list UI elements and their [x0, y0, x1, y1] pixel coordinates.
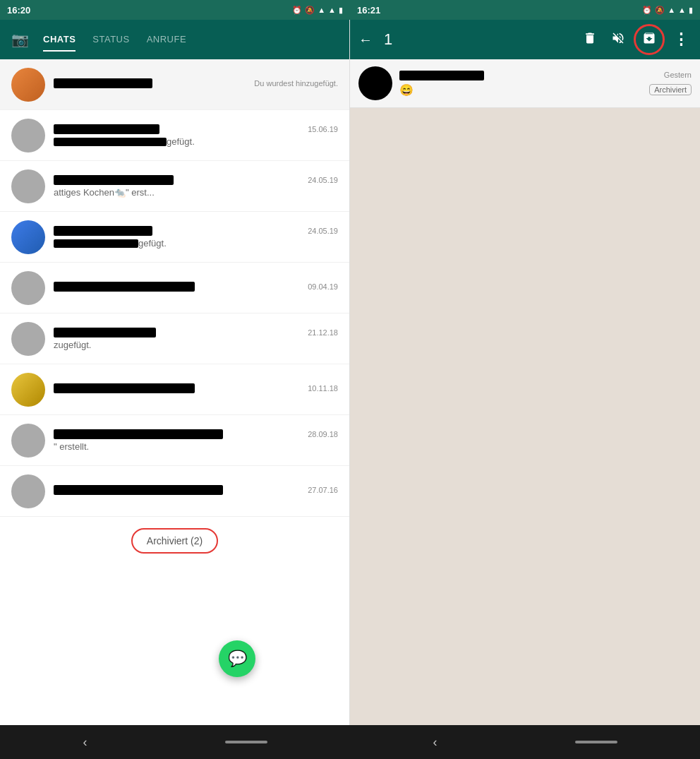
right-panel: ← 1 ⋮: [350, 20, 700, 725]
bell-off-icon: 🔕: [305, 6, 315, 15]
chat-item[interactable]: 09.04.19: [0, 263, 349, 313]
right-header: ← 1 ⋮: [350, 20, 700, 59]
mute-button[interactable]: [605, 25, 631, 54]
chat-date: 10.11.18: [308, 384, 338, 393]
status-bar-left: 16:20 ⏰ 🔕 ▲ ▲ ▮: [0, 0, 350, 20]
chat-list: Du wurdest hinzugefügt. 15.06.19 gefügt.: [0, 59, 349, 725]
chat-date: 15.06.19: [308, 125, 338, 133]
chat-message: gefügt.: [54, 238, 338, 249]
chat-message: attiges Kochen🐀" erst...: [54, 187, 338, 198]
chat-item[interactable]: Du wurdest hinzugefügt.: [0, 59, 349, 110]
nav-pill-right[interactable]: [575, 741, 617, 743]
alarm-icon-r: ⏰: [642, 6, 652, 15]
bottom-nav-right: ‹: [350, 735, 700, 750]
avatar: [11, 220, 45, 254]
chat-content: 24.05.19 attiges Kochen🐀" erst...: [54, 175, 338, 198]
archived-chat-row[interactable]: Gestern 😄 Archiviert: [350, 59, 700, 108]
chat-name-redacted: [54, 226, 152, 236]
avatar: [11, 68, 45, 102]
archived-badge: Archiviert: [649, 84, 692, 95]
tab-chats[interactable]: CHATS: [43, 28, 76, 52]
emoji-icon: 😄: [399, 83, 414, 97]
chat-item[interactable]: 21.12.18 zugefügt.: [0, 313, 349, 364]
archive-icon: [639, 28, 659, 52]
chat-title: 1: [384, 30, 572, 49]
chat-content: 28.09.18 " erstellt.: [54, 429, 338, 452]
tab-status[interactable]: STATUS: [92, 28, 129, 52]
left-status-icons: ⏰ 🔕 ▲ ▲ ▮: [292, 6, 343, 15]
avatar: [11, 474, 45, 508]
chat-date: 27.07.16: [308, 486, 338, 494]
delete-button[interactable]: [577, 25, 603, 54]
header-actions: ⋮: [577, 24, 694, 55]
chat-content: 10.11.18: [54, 383, 338, 395]
chat-content: 27.07.16: [54, 485, 338, 497]
signal-icon: ▲: [328, 6, 336, 14]
chat-name-redacted: [54, 124, 159, 134]
alarm-icon: ⏰: [292, 6, 302, 15]
archived-button[interactable]: Archiviert (2): [131, 528, 218, 554]
left-nav: 📷 CHATS STATUS ANRUFE: [0, 20, 349, 59]
chat-date: 24.05.19: [308, 227, 338, 235]
archived-date: Gestern: [664, 71, 692, 79]
chat-date: 09.04.19: [308, 282, 338, 291]
status-bar-right: 16:21 ⏰ 🔕 ▲ ▲ ▮: [350, 0, 700, 20]
chat-name-redacted: [54, 328, 156, 337]
battery-icon-r: ▮: [689, 6, 693, 15]
back-nav-arrow[interactable]: ‹: [83, 735, 88, 750]
avatar: [11, 119, 45, 153]
tab-anrufe[interactable]: ANRUFE: [147, 28, 186, 52]
camera-icon[interactable]: 📷: [11, 31, 29, 48]
battery-icon: ▮: [339, 6, 343, 15]
right-status-icons: ⏰ 🔕 ▲ ▲ ▮: [642, 6, 693, 15]
bottom-nav-left: ‹: [0, 735, 350, 750]
archive-button[interactable]: [634, 24, 665, 55]
chat-name-redacted: [54, 282, 195, 292]
chat-item[interactable]: 24.05.19 gefügt.: [0, 212, 349, 263]
avatar: [11, 322, 45, 356]
chat-content: 15.06.19 gefügt.: [54, 124, 338, 147]
wifi-icon-r: ▲: [668, 6, 675, 14]
chat-content: 24.05.19 gefügt.: [54, 226, 338, 249]
chat-name-redacted: [54, 78, 152, 88]
left-panel: 📷 CHATS STATUS ANRUFE Du wurdest hinzuge…: [0, 20, 350, 725]
chat-message: zugefügt.: [54, 340, 338, 350]
chat-content: Du wurdest hinzugefügt.: [54, 78, 338, 90]
chat-item[interactable]: 10.11.18: [0, 364, 349, 415]
right-time: 16:21: [357, 5, 380, 16]
archived-chat-content: Gestern 😄 Archiviert: [399, 71, 692, 97]
chat-name-redacted: [54, 383, 195, 393]
chat-message: gefügt.: [54, 136, 338, 147]
chat-item[interactable]: 24.05.19 attiges Kochen🐀" erst...: [0, 161, 349, 212]
archived-avatar: [358, 66, 392, 100]
avatar: [11, 424, 45, 458]
more-options-button[interactable]: ⋮: [668, 25, 694, 54]
nav-pill-left[interactable]: [225, 741, 267, 743]
chat-content: 21.12.18 zugefügt.: [54, 328, 338, 350]
signal-icon-r: ▲: [678, 6, 686, 14]
avatar: [11, 373, 45, 407]
chat-message: " erstellt.: [54, 441, 338, 452]
chat-content: 09.04.19: [54, 282, 338, 294]
chat-name-redacted: [54, 175, 174, 185]
chat-body: [350, 108, 700, 725]
new-chat-icon: 💬: [228, 650, 247, 668]
chat-date: 21.12.18: [308, 328, 338, 337]
chat-date: 24.05.19: [308, 176, 338, 184]
left-time: 16:20: [7, 5, 30, 16]
wifi-icon: ▲: [318, 6, 325, 14]
chat-name-redacted: [54, 485, 223, 495]
chat-name-redacted: [54, 429, 223, 439]
archived-chat-name-redacted: [399, 71, 484, 80]
avatar: [11, 169, 45, 203]
back-button[interactable]: ←: [353, 26, 378, 54]
chat-date: Du wurdest hinzugefügt.: [254, 79, 338, 88]
chat-date: 28.09.18: [308, 430, 338, 438]
bottom-nav: ‹ ‹: [0, 725, 700, 759]
chat-item[interactable]: 15.06.19 gefügt.: [0, 110, 349, 161]
chat-item[interactable]: 28.09.18 " erstellt.: [0, 415, 349, 466]
nav-tabs: CHATS STATUS ANRUFE: [43, 28, 338, 52]
new-chat-fab[interactable]: 💬: [219, 640, 255, 677]
chat-item[interactable]: 27.07.16: [0, 466, 349, 517]
back-nav-arrow-right[interactable]: ‹: [433, 735, 438, 750]
